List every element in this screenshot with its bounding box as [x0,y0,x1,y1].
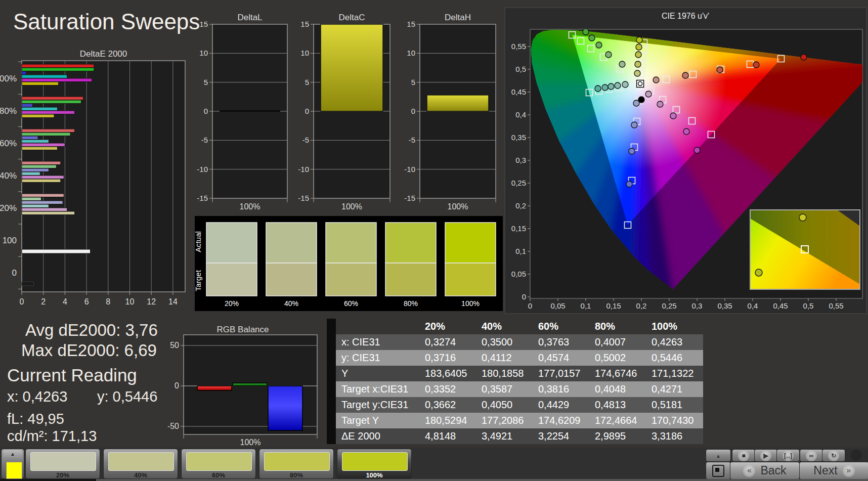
pattern-display-button[interactable] [706,462,731,479]
chart-label: 0,5 [803,301,814,310]
pattern-square-icon [712,465,724,477]
swatch-actual [445,223,496,263]
deltae-bar [22,197,41,201]
deltae-bar [22,136,38,140]
chart-label: 0,2 [515,201,526,210]
swatch-target [266,263,317,296]
chart-label: 14 [168,297,178,306]
refresh-button[interactable]: ↻ [822,449,845,462]
saturation-level-tile-60%[interactable]: 60% [181,449,256,479]
chart-label: Target [194,270,202,291]
saturation-level-tile-100%[interactable]: 100% [337,449,412,479]
table-value: 0,5181 [652,397,682,413]
deltae-bar [22,176,64,179]
collapse-arrow-button[interactable]: ▲ [4,450,22,459]
table-value: 180,5294 [425,413,467,428]
current-cdm2: cd/m²: 171,13 [7,428,97,445]
table-row-label: Target y:CIE31 [341,397,408,413]
table-value: 3,3186 [652,428,682,444]
deltae-bar [22,204,49,208]
swatch-target [385,263,436,296]
table-row-label: Target Y [341,413,379,428]
avg-de2000: Avg dE2000: 3,76 [25,321,158,340]
deltae-bar [22,64,94,68]
deltae-bar [22,201,63,204]
chart-label: 0,55 [511,42,526,51]
chart-label: 5 [305,78,309,86]
table-value: 0,3500 [482,334,512,350]
pattern-color-swatch[interactable] [6,462,22,479]
deltae-bar [22,194,64,197]
back-arrow-icon: « [743,465,755,477]
table-value: 4,8148 [425,428,456,444]
chart-label: 80% [0,106,17,116]
chart-label: 60% [0,139,17,148]
step-button[interactable]: [‥] [776,449,800,462]
deltae-bar [22,147,57,150]
saturation-level-tile-20%[interactable]: 20% [25,449,100,479]
table-value: 3,4921 [482,428,512,444]
chart-label: 5 [204,78,208,86]
table-col-header: 60% [538,319,558,334]
table-value: 0,4429 [538,397,569,413]
saturation-level-tile-80%[interactable]: 80% [259,449,334,479]
cie-measured-point [636,44,642,50]
table-row: Target y:CIE310,36620,40500,44290,48130,… [327,397,703,413]
meter-up-button[interactable]: ▲ [706,449,731,462]
swatch-actual [206,223,257,263]
table-row: Target x:CIE310,33520,35870,38160,40480,… [327,381,703,397]
chart-label: -5 [302,136,309,144]
chart-label: 0,45 [511,88,526,96]
cie-measured-point [622,81,628,88]
table-value: 2,9895 [595,428,626,444]
loop-button[interactable]: ∞ [800,449,823,462]
max-de2000: Max dE2000: 6,69 [21,341,157,360]
cie-measured-point [615,82,621,89]
table-row-label: x: CIE31 [341,334,380,350]
deltae-bar [22,68,94,71]
table-row: Y183,6405180,1858177,0157174,6746171,132… [327,366,703,381]
chart-label: 0 [175,381,179,390]
cie-measured-point [682,72,688,78]
chart-label: 15 [199,20,208,28]
stop-button[interactable]: ■ [732,449,755,462]
table-row: x: CIE310,32740,35000,37630,40070,4263 [327,334,703,350]
swatch-actual [266,223,317,263]
table-value: 0,3352 [425,381,456,397]
cie-measured-point [683,128,689,135]
table-row: Target Y180,5294177,2086174,6209172,4664… [327,413,703,428]
chart-label: CIE 1976 u'v' [662,12,709,20]
chart-label: 0,35 [717,301,732,310]
chart-label: -15 [298,194,309,202]
chart-label: 0,3 [515,156,526,164]
deltae-bar [22,78,92,82]
chart-label: 0,5 [515,65,526,73]
saturation-level-tile-40%[interactable]: 40% [103,449,178,479]
cie-measured-point [605,52,612,58]
chart-label: 0,25 [511,179,526,187]
next-button[interactable]: Next» [799,462,868,479]
cie-measured-point [629,148,635,154]
chart-label: Actual [194,231,202,252]
next-arrow-icon: » [843,465,855,477]
table-col-header: 100% [652,319,677,334]
deltae-bar [22,211,75,215]
pattern-window-tile[interactable]: ▲ [1,449,24,479]
chart-label: 12 [147,297,156,306]
deltae-bar [22,75,67,78]
cie-measured-point [619,61,625,67]
deltae-bar [22,143,65,147]
cie-measured-point [589,35,595,41]
deltae-bar [22,111,75,114]
play-button[interactable]: ▶ [754,449,777,462]
cie-measured-point [631,122,637,128]
cie-measured-point [717,67,723,73]
cie-measured-point [626,181,632,187]
deltae-bar [22,161,61,165]
back-button[interactable]: «Back [730,462,800,479]
meter-status-button[interactable] [845,449,868,461]
saturation-swatch [264,452,330,471]
table-row: y: CIE310,37160,41120,45740,50020,5446 [327,350,703,366]
deltae-bar [22,114,54,118]
table-value: 0,3587 [482,381,512,397]
